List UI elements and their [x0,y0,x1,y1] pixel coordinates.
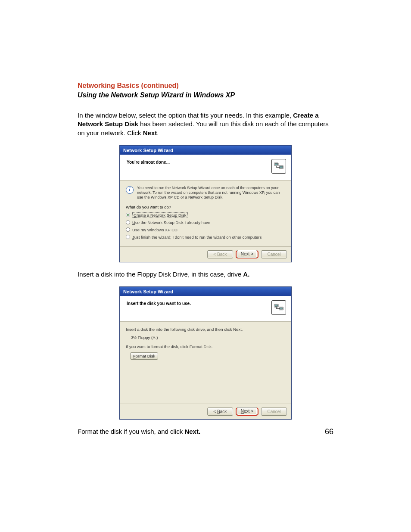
insert-disk-text: Insert a disk the into the following dis… [126,327,285,332]
network-computers-icon [271,300,286,315]
wizard-footer: < Back Next > Cancel [120,246,291,262]
wizard-header: You're almost done... [120,155,291,180]
radio-just-finish[interactable]: Just finish the wizard; I don't need to … [126,235,285,240]
prompt-text: What do you want to do? [126,205,285,209]
info-icon: i [126,186,134,194]
drive-label: 3½ Floppy (A:) [131,335,285,340]
page-number: 66 [325,427,333,436]
svg-rect-5 [275,305,278,306]
wizard-titlebar: Network Setup Wizard [120,287,291,296]
wizard-header-text: You're almost done... [127,159,170,165]
cancel-button[interactable]: Cancel [261,408,287,416]
network-computers-icon [271,159,286,174]
cancel-button[interactable]: Cancel [261,250,287,258]
wizard-titlebar: Network Setup Wizard [120,146,291,155]
next-button[interactable]: Next > [237,250,257,258]
radio-icon [126,227,130,232]
back-button[interactable]: < Back [207,250,233,258]
radio-icon [126,220,130,224]
svg-rect-1 [275,163,278,165]
radio-use-xp-cd[interactable]: Use my Windows XP CD [126,227,285,232]
paragraph-2: Insert a disk into the Floppy Disk Drive… [78,270,333,279]
back-button[interactable]: < Back [207,408,233,416]
paragraph-3: Format the disk if you wish, and click N… [78,427,200,436]
radio-create-disk[interactable]: Create a Network Setup Disk [126,213,285,218]
wizard-dialog-2: Network Setup Wizard Insert the disk you… [119,286,292,420]
wizard-header-text: Insert the disk you want to use. [127,300,191,306]
svg-rect-7 [280,308,283,309]
next-button-highlight: Next > [236,408,258,416]
wizard-dialog-1: Network Setup Wizard You're almost done.… [119,145,292,262]
paragraph-1: In the window below, select the option t… [78,111,333,137]
section-heading: Networking Basics (continued) [78,82,333,90]
format-disk-button[interactable]: Format Disk [130,352,158,360]
wizard-header: Insert the disk you want to use. [120,296,291,322]
info-text: You need to run the Network Setup Wizard… [137,186,285,200]
radio-icon [126,235,130,239]
wizard-footer: < Back Next > Cancel [120,404,291,419]
subsection-heading: Using the Network Setup Wizard in Window… [78,91,333,99]
radio-use-existing-disk[interactable]: Use the Network Setup Disk I already hav… [126,220,285,225]
next-button[interactable]: Next > [237,407,257,415]
radio-icon [126,213,130,217]
format-hint-text: If you want to format the disk, click Fo… [126,344,285,349]
next-button-highlight: Next > [236,250,258,258]
svg-rect-3 [280,166,283,168]
